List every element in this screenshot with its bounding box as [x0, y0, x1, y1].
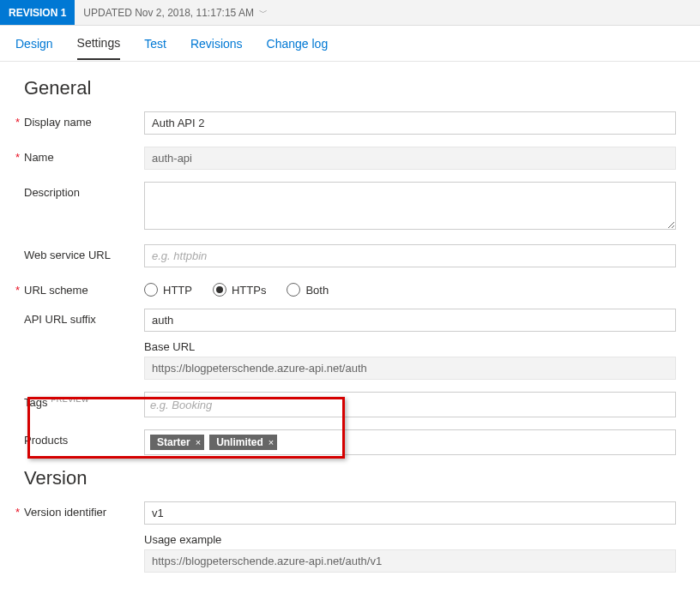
label-usage-example: Usage example: [144, 533, 676, 546]
radio-http-label: HTTP: [163, 284, 192, 297]
product-chip-label: Unlimited: [216, 436, 263, 448]
revision-bar: REVISION 1 UPDATED Nov 2, 2018, 11:17:15…: [0, 0, 700, 26]
usage-example-display: [144, 549, 676, 573]
radio-http[interactable]: HTTP: [144, 283, 192, 297]
form-content: General * Display name * Name Descriptio…: [0, 62, 700, 593]
product-chip-label: Starter: [157, 436, 190, 448]
web-service-url-input[interactable]: [144, 244, 676, 267]
revision-updated-text: UPDATED Nov 2, 2018, 11:17:15 AM: [83, 7, 254, 19]
description-input[interactable]: [144, 182, 676, 230]
label-version-identifier: Version identifier: [24, 506, 106, 519]
url-scheme-radio-group: HTTP HTTPs Both: [144, 279, 676, 297]
base-url-display: [144, 357, 676, 380]
label-tags: Tags: [24, 396, 47, 409]
radio-both[interactable]: Both: [287, 283, 329, 297]
name-input: [144, 147, 676, 170]
products-input[interactable]: Starter × Unlimited ×: [144, 429, 676, 455]
tags-input[interactable]: e.g. Booking: [144, 392, 676, 417]
tab-changelog[interactable]: Change log: [267, 28, 329, 59]
required-marker: *: [15, 506, 20, 519]
label-api-url-suffix: API URL suffix: [24, 313, 96, 326]
tab-revisions[interactable]: Revisions: [190, 28, 243, 59]
label-url-scheme: URL scheme: [24, 284, 88, 297]
label-display-name: Display name: [24, 116, 92, 129]
label-name: Name: [24, 151, 54, 164]
tags-placeholder: e.g. Booking: [150, 399, 212, 411]
tab-design[interactable]: Design: [15, 28, 53, 59]
display-name-input[interactable]: [144, 111, 676, 135]
radio-https-label: HTTPs: [232, 284, 266, 297]
radio-icon: [144, 283, 158, 297]
version-identifier-input[interactable]: [144, 501, 676, 525]
label-web-service-url: Web service URL: [24, 249, 111, 261]
api-url-suffix-input[interactable]: [144, 309, 676, 332]
required-marker: *: [15, 151, 20, 164]
revision-badge: REVISION 1: [0, 0, 75, 25]
tab-settings[interactable]: Settings: [77, 27, 121, 60]
section-version: Version: [24, 467, 676, 489]
close-icon[interactable]: ×: [269, 437, 274, 447]
tab-test[interactable]: Test: [144, 28, 166, 59]
label-description: Description: [24, 186, 80, 199]
radio-https[interactable]: HTTPs: [213, 283, 266, 297]
label-products: Products: [24, 434, 68, 447]
tab-bar: Design Settings Test Revisions Change lo…: [0, 26, 700, 62]
revision-updated[interactable]: UPDATED Nov 2, 2018, 11:17:15 AM ﹀: [75, 7, 268, 19]
close-icon[interactable]: ×: [196, 437, 201, 447]
preview-badge: PREVIEW: [51, 395, 88, 404]
product-chip-starter: Starter ×: [150, 435, 204, 450]
required-marker: *: [15, 284, 20, 297]
required-marker: *: [15, 116, 20, 129]
radio-icon: [287, 283, 300, 297]
radio-icon: [213, 283, 226, 297]
label-base-url: Base URL: [144, 340, 676, 353]
product-chip-unlimited: Unlimited ×: [209, 435, 277, 450]
section-general: General: [24, 77, 676, 99]
radio-both-label: Both: [305, 284, 329, 297]
chevron-down-icon: ﹀: [259, 7, 268, 19]
